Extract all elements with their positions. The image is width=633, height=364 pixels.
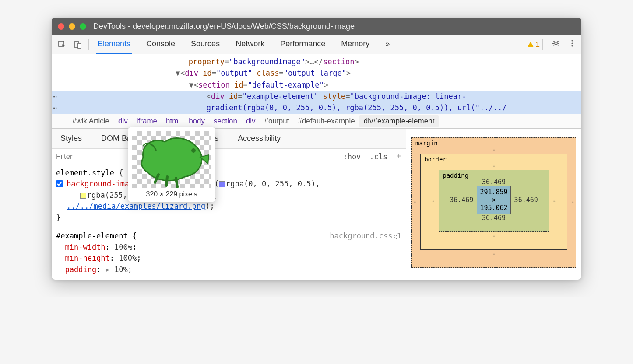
- title-bar: DevTools - developer.mozilla.org/en-US/d…: [52, 18, 581, 35]
- styles-pane: Styles DOM Breakpoints Properties Access…: [52, 129, 406, 280]
- breadcrumb-ellipsis[interactable]: …: [55, 115, 68, 127]
- box-margin[interactable]: margin - - border - - padding 36.469: [411, 137, 576, 268]
- breadcrumb-item[interactable]: section: [209, 115, 242, 127]
- tab-console[interactable]: Console: [144, 35, 177, 54]
- new-rule-button[interactable]: +: [392, 149, 406, 164]
- breadcrumb-item[interactable]: iframe: [132, 115, 162, 127]
- color-swatch-icon[interactable]: [219, 181, 225, 187]
- style-rule[interactable]: background.css:1 #example-element { min-…: [52, 228, 406, 280]
- hov-button[interactable]: :hov: [338, 150, 365, 164]
- device-toggle-icon[interactable]: [72, 38, 84, 51]
- panel-tabs: Elements Console Sources Network Perform…: [96, 35, 391, 54]
- box-padding[interactable]: padding 36.469 36.469 291.859 × 195.062 …: [439, 170, 549, 232]
- svg-rect-2: [78, 43, 81, 48]
- main-toolbar: Elements Console Sources Network Perform…: [52, 35, 581, 54]
- warnings-badge[interactable]: 1: [527, 40, 540, 49]
- color-swatch-icon[interactable]: [80, 192, 86, 199]
- breadcrumb-item-current[interactable]: div#example-element: [359, 115, 439, 127]
- image-preview-popover: 320 × 229 pixels: [128, 127, 215, 202]
- svg-point-6: [571, 45, 573, 46]
- dom-line[interactable]: property="backgroundImage">…</section>: [52, 56, 581, 67]
- warning-count: 1: [536, 40, 540, 49]
- url-link[interactable]: ../../media/examples/lizard.png: [67, 202, 205, 210]
- minimize-window-button[interactable]: [69, 23, 75, 30]
- tab-overflow[interactable]: »: [383, 35, 391, 54]
- property-toggle[interactable]: [56, 180, 63, 187]
- breadcrumb-item[interactable]: #wikiArticle: [68, 115, 114, 127]
- breadcrumb-item[interactable]: #output: [260, 115, 294, 127]
- dom-line-selected[interactable]: gradient(rgba(0, 0, 255, 0.5), rgba(255,…: [52, 102, 581, 113]
- sidebar-tabs: Styles DOM Breakpoints Properties Access…: [52, 129, 406, 149]
- image-dimensions: 320 × 229 pixels: [132, 190, 211, 198]
- kebab-menu-icon[interactable]: [568, 39, 579, 49]
- tab-memory[interactable]: Memory: [339, 35, 371, 54]
- disclosure-triangle-icon[interactable]: ▼: [175, 67, 180, 79]
- source-link[interactable]: background.css:1: [330, 231, 401, 242]
- close-window-button[interactable]: [58, 23, 64, 30]
- breadcrumb-item[interactable]: body: [184, 115, 209, 127]
- svg-point-3: [555, 42, 557, 45]
- breadcrumb: … #wikiArticle div iframe html body sect…: [52, 114, 581, 129]
- svg-point-4: [571, 40, 573, 41]
- style-rule[interactable]: element.style { background-image: linear…: [52, 165, 406, 228]
- svg-point-5: [571, 42, 573, 44]
- subtab-styles[interactable]: Styles: [56, 131, 86, 146]
- cls-button[interactable]: .cls: [365, 150, 392, 164]
- tab-elements[interactable]: Elements: [96, 35, 132, 54]
- dom-line[interactable]: ▼<section id="default-example">: [52, 79, 581, 91]
- breadcrumb-item[interactable]: html: [162, 115, 184, 127]
- box-border[interactable]: border - - padding 36.469 36.469 291.859…: [420, 154, 567, 250]
- image-preview: [132, 131, 211, 188]
- devtools-window: DevTools - developer.mozilla.org/en-US/d…: [52, 18, 581, 280]
- dom-line-selected[interactable]: <div id="example-element" style="backgro…: [52, 91, 581, 102]
- box-model[interactable]: margin - - border - - padding 36.469: [411, 137, 576, 268]
- separator: [88, 39, 89, 50]
- zoom-window-button[interactable]: [80, 23, 86, 30]
- expand-arrow-icon[interactable]: ▸: [106, 265, 110, 274]
- box-content[interactable]: 291.859 × 195.062: [477, 186, 510, 214]
- breadcrumb-item[interactable]: #default-example: [293, 115, 359, 127]
- rule-kebab-icon[interactable]: ⋮: [392, 233, 401, 244]
- disclosure-triangle-icon[interactable]: ▼: [189, 79, 194, 91]
- styles-filter-row: :hov .cls +: [52, 149, 406, 165]
- traffic-lights: [58, 23, 86, 30]
- svg-point-7: [191, 148, 196, 153]
- tab-sources[interactable]: Sources: [189, 35, 222, 54]
- breadcrumb-item[interactable]: div: [114, 115, 132, 127]
- breadcrumb-item[interactable]: div: [242, 115, 260, 127]
- dom-tree[interactable]: property="backgroundImage">…</section> ▼…: [52, 54, 581, 114]
- subtab-accessibility[interactable]: Accessibility: [233, 131, 285, 146]
- dom-line[interactable]: ▼<div id="output" class="output large">: [52, 67, 581, 79]
- window-title: DevTools - developer.mozilla.org/en-US/d…: [93, 22, 355, 31]
- lower-panes: Styles DOM Breakpoints Properties Access…: [52, 129, 581, 280]
- inspect-element-icon[interactable]: [56, 38, 68, 51]
- tab-performance[interactable]: Performance: [278, 35, 327, 54]
- tab-network[interactable]: Network: [234, 35, 266, 54]
- separator: [542, 39, 543, 50]
- settings-icon[interactable]: [552, 39, 562, 50]
- computed-pane: margin - - border - - padding 36.469: [406, 129, 581, 280]
